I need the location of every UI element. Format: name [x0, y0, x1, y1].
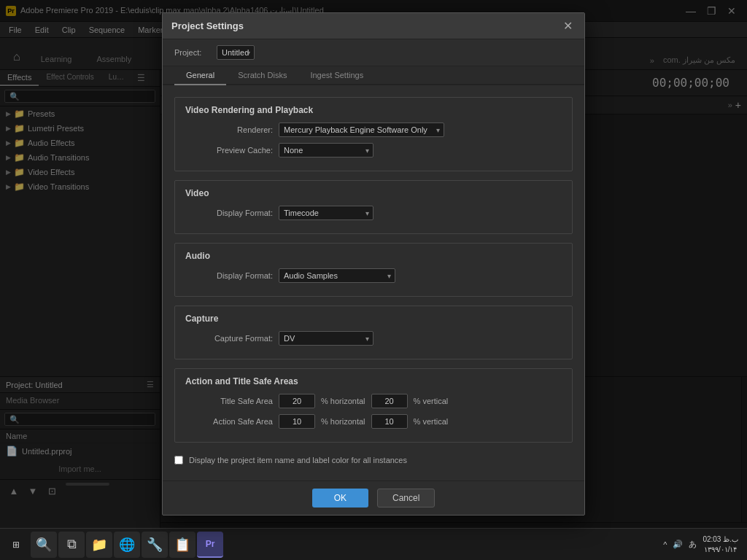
video-rendering-section: Video Rendering and Playback Renderer: M…: [174, 97, 573, 171]
file-explorer-app[interactable]: 📁: [86, 532, 112, 558]
renderer-row: Renderer: Mercury Playback Engine Softwa…: [185, 122, 562, 137]
dialog-project-row: Project: Untitled: [163, 39, 584, 66]
ime-icon[interactable]: あ: [689, 539, 697, 550]
dialog-title: Project Settings: [171, 20, 244, 31]
dialog-tab-general[interactable]: General: [174, 66, 226, 85]
video-display-format-label: Display Format:: [185, 209, 273, 217]
video-display-format-select-wrap: Timecode Frames Feet+Frames: [279, 206, 374, 220]
title-safe-row: Title Safe Area % horizontal % vertical: [185, 394, 562, 408]
premiere-app[interactable]: Pr: [197, 532, 223, 558]
title-safe-v-label: % vertical: [414, 397, 449, 405]
dialog-project-label: Project:: [174, 48, 211, 57]
renderer-select[interactable]: Mercury Playback Engine Software Only: [279, 122, 444, 137]
capture-format-select-wrap: DV HDV None: [279, 331, 374, 346]
settings-app[interactable]: 🔧: [142, 532, 168, 558]
safe-areas-title: Action and Title Safe Areas: [185, 376, 562, 386]
dialog-tab-scratch[interactable]: Scratch Disks: [226, 66, 298, 85]
action-safe-row: Action Safe Area % horizontal % vertical: [185, 414, 562, 429]
audio-display-format-select[interactable]: Audio Samples Milliseconds: [279, 268, 395, 283]
action-safe-v-input[interactable]: [371, 414, 408, 429]
dialog-tab-ingest[interactable]: Ingest Settings: [298, 66, 375, 85]
dialog-title-bar: Project Settings ✕: [163, 13, 584, 39]
dialog-project-select-wrap: Untitled: [217, 45, 255, 60]
capture-format-select[interactable]: DV HDV None: [279, 331, 374, 346]
safe-areas-section: Action and Title Safe Areas Title Safe A…: [174, 368, 573, 443]
action-safe-h-input[interactable]: [279, 414, 315, 429]
preview-cache-select-wrap: None I-Frame Only MPEG MPEG: [279, 143, 374, 158]
modal-backdrop: Project Settings ✕ Project: Untitled Gen…: [0, 0, 747, 528]
volume-icon[interactable]: 🔊: [673, 540, 683, 549]
title-safe-v-input[interactable]: [371, 394, 408, 408]
search-taskbar[interactable]: 🔍: [31, 532, 57, 558]
display-project-checkbox[interactable]: [174, 456, 183, 464]
dialog-tabs: General Scratch Disks Ingest Settings: [163, 66, 584, 85]
video-title: Video: [185, 188, 562, 198]
capture-format-row: Capture Format: DV HDV None: [185, 331, 562, 346]
dialog-footer: OK Cancel: [163, 481, 584, 515]
clipboard-app[interactable]: 📋: [169, 532, 196, 558]
audio-display-format-select-wrap: Audio Samples Milliseconds: [279, 268, 395, 283]
renderer-select-wrap: Mercury Playback Engine Software Only: [279, 122, 444, 137]
task-view[interactable]: ⧉: [58, 532, 85, 558]
renderer-label: Renderer:: [185, 125, 273, 134]
video-rendering-title: Video Rendering and Playback: [185, 105, 562, 115]
action-safe-label: Action Safe Area: [185, 417, 273, 426]
taskbar: ⊞ 🔍 ⧉ 📁 🌐 🔧 📋 Pr ^ 🔊 あ 02:03 ب.ظ ۱۳۹۹/۰۱…: [0, 528, 747, 560]
taskbar-right: ^ 🔊 あ 02:03 ب.ظ ۱۳۹۹/۰۱/۱۴: [663, 534, 744, 555]
capture-title: Capture: [185, 314, 562, 324]
action-safe-h-label: % horizontal: [321, 417, 365, 426]
capture-format-label: Capture Format:: [185, 334, 273, 343]
title-safe-h-label: % horizontal: [321, 397, 365, 405]
dialog-close-button[interactable]: ✕: [560, 19, 576, 33]
chrome-app[interactable]: 🌐: [114, 532, 140, 558]
dialog-project-select[interactable]: Untitled: [217, 45, 255, 60]
capture-section: Capture Capture Format: DV HDV None: [174, 306, 573, 359]
action-safe-v-label: % vertical: [414, 417, 449, 426]
preview-cache-label: Preview Cache:: [185, 146, 273, 155]
ok-button[interactable]: OK: [312, 489, 368, 508]
video-display-format-select[interactable]: Timecode Frames Feet+Frames: [279, 206, 374, 220]
clock-date: ۱۳۹۹/۰۱/۱۴: [703, 545, 738, 555]
clock-time: 02:03 ب.ظ: [703, 534, 738, 545]
checkbox-label: Display the project item name and label …: [189, 456, 407, 464]
start-icon: ⊞: [12, 540, 20, 550]
system-tray[interactable]: ^: [663, 540, 667, 549]
audio-title: Audio: [185, 251, 562, 261]
audio-section: Audio Display Format: Audio Samples Mill…: [174, 243, 573, 297]
taskbar-clock[interactable]: 02:03 ب.ظ ۱۳۹۹/۰۱/۱۴: [703, 534, 738, 555]
preview-cache-select[interactable]: None I-Frame Only MPEG MPEG: [279, 143, 374, 158]
video-section: Video Display Format: Timecode Frames Fe…: [174, 180, 573, 234]
cancel-button[interactable]: Cancel: [377, 489, 435, 508]
audio-display-format-label: Display Format:: [185, 271, 273, 280]
title-safe-h-input[interactable]: [279, 394, 315, 408]
video-display-format-row: Display Format: Timecode Frames Feet+Fra…: [185, 206, 562, 220]
project-settings-dialog: Project Settings ✕ Project: Untitled Gen…: [162, 12, 585, 516]
title-safe-label: Title Safe Area: [185, 397, 273, 405]
checkbox-row: Display the project item name and label …: [174, 451, 573, 469]
dialog-body: Video Rendering and Playback Renderer: M…: [163, 85, 584, 481]
start-button[interactable]: ⊞: [3, 532, 29, 558]
audio-display-format-row: Display Format: Audio Samples Millisecon…: [185, 268, 562, 283]
preview-cache-row: Preview Cache: None I-Frame Only MPEG MP…: [185, 143, 562, 158]
